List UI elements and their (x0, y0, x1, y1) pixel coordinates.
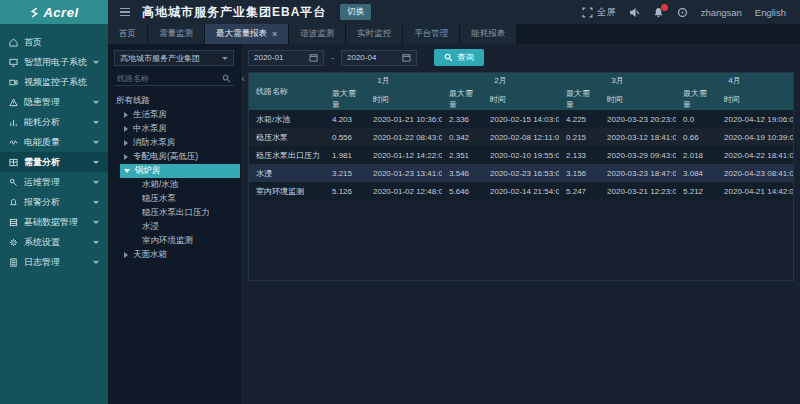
line-search-input[interactable]: 线路名称 (114, 71, 234, 86)
max-demand-cell: 4.203 (325, 110, 366, 128)
chevron-down-icon (222, 57, 228, 60)
language-switch[interactable]: English (755, 7, 786, 18)
table-icon (9, 158, 18, 167)
time-cell: 2020-02-10 19:55:00 (483, 146, 559, 164)
time-cell: 2020-04-21 14:42:00 (717, 182, 793, 200)
time-cell: 2020-04-12 19:06:00 (717, 110, 793, 128)
tree-node-water-tank[interactable]: 水箱/水池 (108, 178, 240, 192)
time-cell: 2020-02-23 16:53:00 (483, 164, 559, 182)
app-title: 高地城市服务产业集团EBA平台 (142, 4, 326, 21)
tree-node-label: 稳压水泵 (142, 193, 176, 205)
table-row[interactable]: 水浸 3.215 2020-01-23 13:41:00 3.546 2020-… (249, 164, 793, 182)
search-icon (222, 74, 231, 83)
tree-node-substation[interactable]: 专配电房(高低压) (108, 150, 240, 164)
chevron-down-icon (93, 201, 99, 204)
document-icon (9, 258, 18, 267)
max-demand-cell: 1.981 (325, 146, 366, 164)
sidebar-item-energy-analysis[interactable]: 能耗分析 (0, 112, 108, 132)
chevron-down-icon (93, 221, 99, 224)
col-header-time: 时间 (600, 88, 676, 110)
chevron-down-icon (93, 241, 99, 244)
sidebar-item-video-monitor[interactable]: 视频监控子系统 (0, 72, 108, 92)
query-toolbar: 2020-01 - 2020-04 查询 (248, 49, 800, 66)
menu-toggle-icon[interactable] (120, 8, 130, 17)
sidebar-item-label: 智慧用电子系统 (24, 56, 87, 69)
sidebar-item-base-data[interactable]: 基础数据管理 (0, 212, 108, 232)
tab-label: 谐波监测 (300, 28, 334, 40)
date-range-separator: - (331, 53, 334, 63)
tab-realtime-monitor[interactable]: 实时监控 (346, 24, 403, 44)
topbar-actions: 全屏 zhangsan English (582, 6, 800, 19)
tree-node-boiler-room[interactable]: 锅炉房 (120, 164, 240, 178)
sidebar-item-smart-power[interactable]: 智慧用电子系统 (0, 52, 108, 72)
calendar-icon (309, 53, 318, 62)
fullscreen-button[interactable]: 全屏 (582, 6, 616, 19)
date-from-input[interactable]: 2020-01 (248, 50, 324, 66)
caret-down-icon (124, 169, 130, 173)
help-button[interactable] (677, 7, 688, 18)
tree-node-pressure-pump[interactable]: 稳压水泵 (108, 192, 240, 206)
tree-node-life-pump[interactable]: 生活泵房 (108, 108, 240, 122)
sidebar-item-alarm-analysis[interactable]: 报警分析 (0, 192, 108, 212)
tab-energy-report[interactable]: 能耗报表 (460, 24, 517, 44)
sidebar-item-power-quality[interactable]: 电能质量 (0, 132, 108, 152)
max-demand-cell: 3.084 (676, 164, 717, 182)
close-icon[interactable]: × (272, 29, 277, 39)
sidebar-item-home[interactable]: 首页 (0, 32, 108, 52)
line-name-cell: 水浸 (249, 164, 325, 182)
tree-node-indoor-env[interactable]: 室内环境监测 (108, 234, 240, 248)
table-row[interactable]: 室内环境监测 5.126 2020-01-02 12:48:00 5.646 2… (249, 182, 793, 200)
bar-chart-icon (9, 118, 18, 127)
date-to-value: 2020-04 (347, 53, 376, 62)
tree-node-label: 稳压水泵出口压力 (142, 207, 210, 219)
org-select[interactable]: 高地城市服务产业集团 (114, 50, 234, 66)
panel-collapse-toggle[interactable]: ‹ (241, 72, 245, 84)
table-row[interactable]: 水箱/水池 4.203 2020-01-21 10:36:00 2.336 20… (249, 110, 793, 128)
tab-home[interactable]: 首页 (108, 24, 148, 44)
table-row[interactable]: 稳压水泵出口压力 1.981 2020-01-12 14:22:00 2.351… (249, 146, 793, 164)
sidebar-item-settings[interactable]: 系统设置 (0, 232, 108, 252)
tree-node-fire-pump[interactable]: 消防水泵房 (108, 136, 240, 150)
line-name-cell: 稳压水泵 (249, 128, 325, 146)
brand-logo: Acrel (0, 0, 108, 24)
volume-button[interactable] (629, 7, 640, 18)
tab-harmonic-monitor[interactable]: 谐波监测 (289, 24, 346, 44)
time-cell: 2020-03-12 18:41:00 (600, 128, 676, 146)
switch-button[interactable]: 切换 (340, 4, 371, 20)
col-header-time: 时间 (483, 88, 559, 110)
max-demand-cell: 3.156 (559, 164, 600, 182)
time-cell: 2020-02-08 12:11:00 (483, 128, 559, 146)
tree-node-reclaimed-water-pump[interactable]: 中水泵房 (108, 122, 240, 136)
tab-label: 实时监控 (357, 28, 391, 40)
date-to-input[interactable]: 2020-04 (341, 50, 417, 66)
time-cell: 2020-02-14 21:54:00 (483, 182, 559, 200)
brand-name: Acrel (43, 5, 78, 20)
org-select-value: 高地城市服务产业集团 (120, 53, 200, 64)
home-icon (9, 38, 18, 47)
sidebar-item-label: 首页 (24, 36, 42, 49)
col-group-month: 4月 (676, 73, 793, 88)
tree-node-roof-tank[interactable]: 天面水箱 (108, 248, 240, 262)
tree-node-label: 锅炉房 (135, 165, 161, 177)
query-button[interactable]: 查询 (434, 49, 484, 66)
sidebar-item-operations[interactable]: 运维管理 (0, 172, 108, 192)
max-demand-cell: 0.215 (559, 128, 600, 146)
demand-report-table: 线路名称 1月 2月 3月 4月 最大需量 时间 最大需量 时间 最大需量 时间… (248, 72, 794, 281)
tab-platform-manage[interactable]: 平台管理 (403, 24, 460, 44)
sidebar-item-demand-analysis[interactable]: 需量分析 (0, 152, 108, 172)
tree-node-label: 水箱/水池 (142, 179, 178, 191)
tree-node-all-lines[interactable]: 所有线路 (108, 94, 240, 108)
tree-node-pump-outlet-pressure[interactable]: 稳压水泵出口压力 (108, 206, 240, 220)
tree-node-water-leak[interactable]: 水浸 (108, 220, 240, 234)
notifications-button[interactable] (653, 7, 664, 18)
max-demand-cell: 3.546 (442, 164, 483, 182)
sidebar-item-label: 日志管理 (24, 256, 60, 269)
sidebar-item-hazard[interactable]: 隐患管理 (0, 92, 108, 112)
username[interactable]: zhangsan (701, 7, 742, 18)
monitor-icon (9, 58, 18, 67)
table-row[interactable]: 稳压水泵 0.556 2020-01-22 08:43:00 0.342 202… (249, 128, 793, 146)
col-group-month: 3月 (559, 73, 676, 88)
tab-demand-monitor[interactable]: 需量监测 (148, 24, 205, 44)
sidebar-item-logs[interactable]: 日志管理 (0, 252, 108, 272)
tab-max-demand-report[interactable]: 最大需量报表 × (205, 24, 289, 44)
